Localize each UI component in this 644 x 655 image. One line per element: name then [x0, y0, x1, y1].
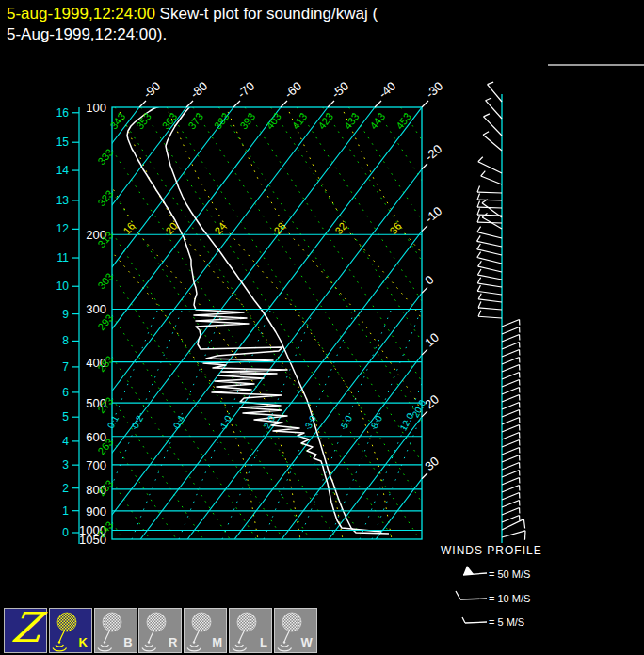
svg-text:343: 343	[107, 111, 127, 132]
app-window: 5-aug-1999,12:24:00 Skew-t plot for soun…	[0, 0, 644, 655]
toolbar: Z K B R M L W	[0, 607, 644, 655]
svg-text:-50: -50	[329, 79, 351, 102]
balloon-icon	[51, 611, 79, 654]
balloon-icon	[140, 611, 169, 654]
svg-text:-30: -30	[423, 79, 445, 102]
pressure-grid	[112, 107, 422, 539]
svg-text:-10: -10	[422, 203, 444, 226]
svg-text:8: 8	[62, 334, 69, 347]
svg-text:423: 423	[315, 111, 335, 132]
toolbar-button-b[interactable]: B	[94, 608, 137, 653]
winds-profile-title: WINDS PROFILE	[441, 544, 542, 557]
svg-text:-70: -70	[234, 79, 257, 102]
svg-text:413: 413	[290, 111, 310, 132]
toolbar-button-letter: L	[260, 635, 267, 649]
toolbar-button-letter: R	[169, 635, 177, 649]
svg-text:5.0: 5.0	[339, 413, 354, 430]
legend-10ms-label: = 10 M/S	[489, 593, 530, 604]
svg-text:9: 9	[62, 308, 69, 321]
skewt-plot: 10020030040050060070080090010001050-90-8…	[0, 0, 644, 655]
svg-text:7: 7	[62, 360, 69, 374]
plot-clipped-layers	[0, 105, 644, 539]
svg-text:700: 700	[86, 458, 106, 472]
svg-text:0.1: 0.1	[105, 413, 121, 430]
svg-text:-20: -20	[422, 142, 444, 165]
zeb-logo: Z	[4, 603, 48, 651]
svg-text:3: 3	[62, 458, 69, 471]
svg-text:6: 6	[62, 386, 69, 399]
wind-profile	[477, 82, 525, 543]
svg-text:453: 453	[394, 111, 413, 132]
svg-text:900: 900	[86, 504, 106, 519]
svg-text:1: 1	[62, 504, 69, 518]
balloon-icon	[276, 611, 304, 654]
svg-text:-40: -40	[376, 79, 398, 102]
svg-text:-80: -80	[187, 79, 210, 102]
svg-text:443: 443	[367, 111, 387, 132]
toolbar-button-letter: M	[212, 635, 222, 649]
svg-text:1.0: 1.0	[218, 413, 233, 430]
svg-text:4: 4	[62, 435, 69, 448]
pennant-barb-icon	[463, 566, 474, 575]
svg-text:15: 15	[56, 136, 70, 149]
toolbar-button-z[interactable]: Z	[4, 608, 47, 653]
balloon-icon	[185, 611, 214, 654]
toolbar-button-letter: W	[301, 635, 313, 649]
svg-text:8.0: 8.0	[369, 413, 384, 430]
toolbar-button-k[interactable]: K	[49, 608, 92, 653]
svg-text:2: 2	[62, 482, 69, 495]
svg-text:10: 10	[422, 330, 442, 350]
svg-text:0: 0	[422, 273, 436, 288]
toolbar-button-r[interactable]: R	[138, 608, 182, 653]
toolbar-button-letter: K	[78, 635, 87, 649]
legend-50ms-label: = 50 M/S	[489, 568, 530, 580]
svg-text:0.2: 0.2	[130, 413, 145, 430]
svg-text:36: 36	[387, 220, 403, 236]
svg-text:5: 5	[62, 410, 69, 423]
svg-text:14: 14	[56, 164, 70, 177]
svg-text:16: 16	[121, 220, 137, 236]
balloon-icon	[96, 611, 124, 654]
dewpoint-trace	[127, 106, 381, 532]
svg-text:393: 393	[237, 111, 257, 132]
svg-text:100: 100	[86, 101, 106, 115]
toolbar-button-letter: B	[123, 635, 132, 649]
toolbar-button-l[interactable]: L	[229, 608, 272, 653]
toolbar-button-m[interactable]: M	[184, 608, 227, 653]
svg-text:363: 363	[160, 111, 180, 132]
svg-text:0.4: 0.4	[171, 413, 186, 430]
svg-text:-60: -60	[282, 79, 304, 102]
balloon-icon	[231, 611, 259, 654]
svg-text:10: 10	[56, 280, 70, 293]
svg-text:13: 13	[56, 194, 70, 207]
svg-text:0: 0	[62, 526, 69, 539]
svg-text:2.0: 2.0	[262, 413, 277, 430]
svg-text:16: 16	[56, 106, 70, 120]
svg-text:30: 30	[422, 454, 442, 473]
temperature-trace	[166, 106, 389, 534]
svg-text:373: 373	[185, 111, 205, 132]
toolbar-button-w[interactable]: W	[274, 608, 317, 653]
svg-text:12: 12	[56, 222, 70, 235]
height-axis: 012345678910111213141516	[56, 106, 79, 544]
svg-text:24: 24	[212, 220, 228, 236]
svg-text:-90: -90	[140, 79, 163, 102]
svg-text:11: 11	[57, 251, 70, 264]
svg-text:353: 353	[134, 111, 153, 132]
svg-text:32: 32	[332, 220, 348, 236]
svg-text:403: 403	[264, 111, 283, 132]
